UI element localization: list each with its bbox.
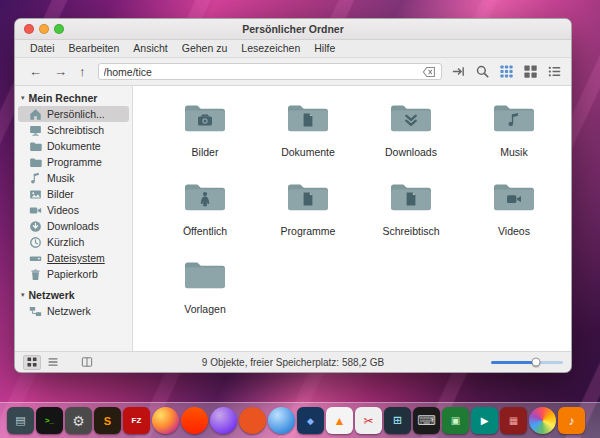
sidebar: ▾Mein RechnerPersönlich...SchreibtischDo…: [15, 86, 133, 351]
sidebar-item-programme[interactable]: Programme: [18, 154, 129, 170]
folder-musik[interactable]: Musik: [466, 100, 562, 159]
sidebar-item-label: Schreibtisch: [47, 124, 104, 136]
folder-label: Schreibtisch: [382, 226, 439, 238]
folder-icon: [29, 140, 42, 153]
folder-downloads[interactable]: Downloads: [363, 100, 459, 159]
desktop: Persönlicher Ordner DateiBearbeitenAnsic…: [0, 0, 600, 438]
sidebar-item-label: Netzwerk: [47, 305, 91, 317]
folder-bilder[interactable]: Bilder: [157, 100, 253, 159]
sidebar-item-label: Persönlich...: [47, 108, 105, 120]
statusbar-buttons: [23, 355, 96, 370]
up-button[interactable]: ↑: [74, 58, 91, 85]
clear-path-icon[interactable]: [422, 65, 436, 79]
folder-icon: [388, 100, 434, 140]
folder-label: Bilder: [192, 147, 219, 159]
dock-audio-player-icon[interactable]: ♪: [558, 407, 585, 434]
disclosure-triangle-icon: ▾: [21, 94, 25, 102]
dock-file-manager-icon[interactable]: ▤: [7, 407, 34, 434]
forward-button[interactable]: →: [49, 58, 72, 85]
clock-icon: [29, 236, 42, 249]
sidebar-section-mein-rechner[interactable]: ▾Mein Rechner: [15, 90, 132, 106]
back-button[interactable]: ←: [24, 58, 47, 85]
dock-calculator-icon[interactable]: ⊞: [384, 407, 411, 434]
titlebar[interactable]: Persönlicher Ordner: [15, 19, 571, 40]
sidebar-item-schreibtisch[interactable]: Schreibtisch: [18, 122, 129, 138]
folder-schreibtisch[interactable]: Schreibtisch: [363, 179, 459, 238]
dock-purple-app-icon[interactable]: [210, 407, 237, 434]
dock-media-player-icon[interactable]: ▶: [471, 407, 498, 434]
dock-blue-app-icon[interactable]: [268, 407, 295, 434]
sidebar-item-netzwerk[interactable]: Netzwerk: [18, 303, 129, 319]
zoom-slider-knob[interactable]: [531, 358, 540, 367]
path-input[interactable]: /home/tice: [104, 66, 423, 78]
sidebar-item-bilder[interactable]: Bilder: [18, 186, 129, 202]
folder-view[interactable]: Bilder Dokumente Downloads Musik Öffentl…: [133, 86, 571, 351]
sidebar-item-kurzlich[interactable]: Kürzlich: [18, 234, 129, 250]
folder-icon: [388, 179, 434, 219]
window-content: ▾Mein RechnerPersönlich...SchreibtischDo…: [15, 86, 571, 351]
folder-icon: [491, 100, 537, 140]
folder-label: Videos: [498, 226, 530, 238]
search-icon[interactable]: [475, 64, 490, 79]
video-icon: [29, 204, 42, 217]
icon-view-icon[interactable]: [499, 64, 514, 79]
dock-settings-icon[interactable]: ⚙: [65, 407, 92, 434]
folder-label: Öffentlich: [183, 226, 227, 238]
menu-lesezeichen[interactable]: Lesezeichen: [234, 40, 307, 57]
dock-firefox-icon[interactable]: [152, 407, 179, 434]
drive-icon: [29, 252, 42, 265]
sidebar-item-dateisystem[interactable]: Dateisystem: [18, 250, 129, 266]
sidebar-item-label: Kürzlich: [47, 236, 84, 248]
folder-programme[interactable]: Programme: [260, 179, 356, 238]
folder-offentlich[interactable]: Öffentlich: [157, 179, 253, 238]
icon-view-toggle[interactable]: [23, 355, 41, 370]
dock-red-app-icon[interactable]: ▦: [500, 407, 527, 434]
dock-brave-icon[interactable]: [181, 407, 208, 434]
sidebar-section-label: Mein Rechner: [29, 92, 98, 104]
sidebar-item-personlich[interactable]: Persönlich...: [18, 106, 129, 122]
folder-label: Downloads: [385, 147, 437, 159]
dock-green-app-icon[interactable]: ▣: [442, 407, 469, 434]
menu-hilfe[interactable]: Hilfe: [307, 40, 342, 57]
sidebar-item-musik[interactable]: Musik: [18, 170, 129, 186]
sidebar-item-dokumente[interactable]: Dokumente: [18, 138, 129, 154]
menu-bearbeiten[interactable]: Bearbeiten: [62, 40, 127, 57]
compact-view-icon[interactable]: [523, 64, 538, 79]
toolbar-icons: [451, 64, 562, 79]
disclosure-triangle-icon: ▾: [21, 291, 25, 299]
list-view-icon[interactable]: [547, 64, 562, 79]
dock-vlc-icon[interactable]: ▲: [326, 407, 353, 434]
menu-gehen-zu[interactable]: Gehen zu: [175, 40, 235, 57]
split-pane-toggle[interactable]: [78, 355, 96, 370]
dock-screenshot-tool-icon[interactable]: ✂: [355, 407, 382, 434]
go-jump-icon[interactable]: [451, 64, 466, 79]
zoom-slider-track[interactable]: [491, 361, 563, 364]
sidebar-item-label: Programme: [47, 156, 102, 168]
folder-videos[interactable]: Videos: [466, 179, 562, 238]
sidebar-item-videos[interactable]: Videos: [18, 202, 129, 218]
menu-datei[interactable]: Datei: [23, 40, 62, 57]
dock-photos-icon[interactable]: [529, 407, 556, 434]
download-icon: [29, 220, 42, 233]
list-view-toggle[interactable]: [44, 355, 62, 370]
sidebar-item-papierkorb[interactable]: Papierkorb: [18, 266, 129, 282]
network-icon: [29, 305, 42, 318]
dock-keyboard-icon[interactable]: ⌨: [413, 407, 440, 434]
folder-icon: [285, 100, 331, 140]
image-icon: [29, 188, 42, 201]
sidebar-item-label: Videos: [47, 204, 79, 216]
zoom-slider[interactable]: [491, 355, 563, 369]
path-bar[interactable]: /home/tice: [98, 63, 443, 80]
dock-filezilla-icon[interactable]: FZ: [123, 407, 150, 434]
folder-dokumente[interactable]: Dokumente: [260, 100, 356, 159]
dock-text-editor-icon[interactable]: S: [94, 407, 121, 434]
sidebar-item-label: Dateisystem: [47, 252, 105, 264]
dock-ubuntu-app-icon[interactable]: [239, 407, 266, 434]
sidebar-item-label: Papierkorb: [47, 268, 98, 280]
sidebar-item-downloads[interactable]: Downloads: [18, 218, 129, 234]
menu-ansicht[interactable]: Ansicht: [126, 40, 174, 57]
dock-navy-app-icon[interactable]: ◆: [297, 407, 324, 434]
sidebar-section-netzwerk[interactable]: ▾Netzwerk: [15, 287, 132, 303]
dock-terminal-icon[interactable]: >_: [36, 407, 63, 434]
folder-vorlagen[interactable]: Vorlagen: [157, 257, 253, 316]
